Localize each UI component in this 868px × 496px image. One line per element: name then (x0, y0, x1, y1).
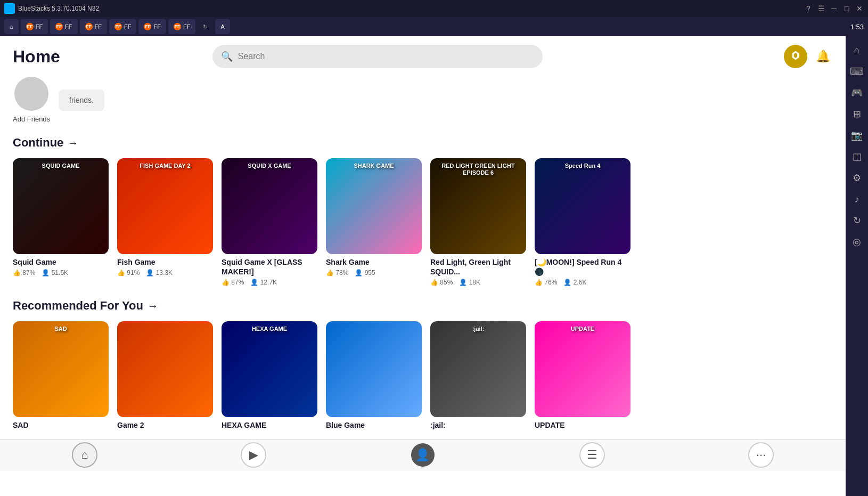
page-title: Home (13, 47, 87, 67)
sidebar-gamepad-icon[interactable]: 🎮 (847, 83, 866, 102)
game-title: Fish Game (117, 257, 213, 267)
game-title: HEXA GAME (222, 420, 317, 430)
home-nav-button[interactable]: ⌂ (72, 442, 97, 468)
sidebar-camera-icon[interactable]: 📷 (847, 126, 866, 145)
robux-button[interactable] (784, 45, 807, 68)
menu-button[interactable]: ☰ (817, 4, 825, 13)
bottom-nav: ⌂ ▶ 👤 ☰ ··· (0, 439, 846, 471)
title-bar-left: BlueStacks 5.3.70.1004 N32 (4, 3, 99, 14)
game-title: [🌙MOON!] Speed Run 4 🌑 (535, 257, 630, 277)
game-card[interactable]: FISH GAME DAY 2 Fish Game 👍 91% 👤 13.3K (117, 158, 213, 286)
content-area: Home 🔍 🔔 (0, 36, 846, 496)
main-wrapper: Home 🔍 🔔 (0, 36, 868, 496)
tab-ff-6[interactable]: FF FF (168, 19, 195, 34)
sidebar-layers-icon[interactable]: ◫ (847, 147, 866, 166)
tab-ff-5[interactable]: FF FF (138, 19, 166, 34)
search-bar[interactable]: 🔍 (212, 45, 543, 68)
user-avatar: 👤 (411, 443, 435, 467)
game-thumb-text: Speed Run 4 (535, 158, 630, 174)
game-thumb-text: SQUID GAME (13, 158, 109, 174)
tab-ff-2[interactable]: FF FF (50, 19, 77, 34)
tab-ff-4[interactable]: FF FF (109, 19, 136, 34)
refresh-button[interactable]: ↻ (198, 19, 213, 34)
friends-text: friends. (69, 96, 94, 104)
game-card[interactable]: Speed Run 4 [🌙MOON!] Speed Run 4 🌑 👍 76%… (535, 158, 630, 286)
game-card[interactable]: :jail: :jail: (430, 321, 526, 430)
player-stat: 👤 955 (355, 269, 375, 277)
help-button[interactable]: ? (804, 4, 813, 13)
sidebar-volume-icon[interactable]: ♪ (847, 190, 866, 209)
game-thumbnail (326, 321, 422, 417)
maximize-button[interactable]: □ (842, 4, 851, 13)
game-card[interactable]: UPDATE UPDATE (535, 321, 630, 430)
player-stat: 👤 13.3K (146, 269, 173, 277)
chat-nav-button[interactable]: ☰ (579, 442, 605, 468)
sidebar-settings-icon[interactable]: ⚙ (847, 168, 866, 188)
recommended-section-title[interactable]: Recommended For You → (0, 295, 846, 317)
game-card[interactable]: SHARK GAME Shark Game 👍 78% 👤 955 (326, 158, 422, 286)
tab-a-label: A (220, 23, 224, 30)
play-nav-button[interactable]: ▶ (241, 442, 266, 468)
game-card[interactable]: SAD SAD (13, 321, 109, 430)
tab-ff-2-icon: FF (55, 23, 63, 30)
minimize-button[interactable]: ─ (830, 4, 838, 13)
game-card[interactable]: RED LIGHT GREEN LIGHT EPISODE 6 Red Ligh… (430, 158, 526, 286)
game-thumbnail: SQUID GAME (13, 158, 109, 254)
game-card[interactable]: SQUID GAME Squid Game 👍 87% 👤 51.5K (13, 158, 109, 286)
game-stats: 👍 85% 👤 18K (430, 279, 526, 286)
tab-ff-1[interactable]: FF FF (21, 19, 48, 34)
player-stat: 👤 18K (459, 279, 480, 286)
sidebar-location-icon[interactable]: ◎ (847, 232, 866, 251)
game-thumb-text: FISH GAME DAY 2 (117, 158, 213, 174)
tab-bar: ⌂ FF FF FF FF FF FF FF FF FF FF FF FF ↻ … (0, 17, 868, 36)
game-card[interactable]: HEXA GAME HEXA GAME (222, 321, 317, 430)
like-stat: 👍 87% (222, 279, 244, 286)
tab-ff-4-label: FF (124, 23, 131, 30)
game-title: UPDATE (535, 420, 630, 430)
tab-ff-3-icon: FF (85, 23, 93, 30)
game-card[interactable]: Blue Game (326, 321, 422, 430)
like-stat: 👍 87% (13, 269, 35, 277)
chat-nav-icon: ☰ (587, 448, 597, 462)
notification-button[interactable]: 🔔 (814, 47, 833, 66)
bell-icon: 🔔 (816, 50, 830, 63)
sidebar-keyboard-icon[interactable]: ⌨ (847, 62, 866, 81)
more-nav-button[interactable]: ··· (748, 442, 774, 468)
game-stats: 👍 87% 👤 51.5K (13, 269, 109, 277)
game-title: Squid Game X [GLASS MAKER!] (222, 257, 317, 277)
game-card[interactable]: SQUID X GAME Squid Game X [GLASS MAKER!]… (222, 158, 317, 286)
home-nav-icon: ⌂ (81, 448, 88, 462)
game-thumb-text: SHARK GAME (326, 158, 422, 174)
tab-ff-6-label: FF (183, 23, 190, 30)
tab-a[interactable]: A (215, 19, 230, 34)
tab-home-icon[interactable]: ⌂ (4, 19, 19, 34)
continue-games-row: SQUID GAME Squid Game 👍 87% 👤 51.5K FISH… (0, 154, 846, 295)
game-thumb-text: SQUID X GAME (222, 158, 317, 174)
game-title: :jail: (430, 420, 526, 430)
game-title: Shark Game (326, 257, 422, 267)
friends-section: Add Friends friends. (0, 77, 846, 132)
avatar-nav-button[interactable]: 👤 (410, 442, 436, 468)
tab-ff-6-icon: FF (174, 23, 181, 30)
sidebar-rotate-icon[interactable]: ↻ (847, 211, 866, 230)
player-stat: 👤 51.5K (42, 269, 68, 277)
continue-arrow: → (68, 137, 78, 149)
tab-ff-3[interactable]: FF FF (80, 19, 107, 34)
sidebar-grid-icon[interactable]: ⊞ (847, 104, 866, 124)
game-thumbnail: SAD (13, 321, 109, 417)
add-friends-label[interactable]: Add Friends (13, 115, 50, 123)
bluestacks-logo (4, 3, 15, 14)
game-title: SAD (13, 420, 109, 430)
game-title: Game 2 (117, 420, 213, 430)
tab-ff-4-icon: FF (114, 23, 122, 30)
sidebar-home-icon[interactable]: ⌂ (847, 40, 866, 60)
game-card[interactable]: Game 2 (117, 321, 213, 430)
close-button[interactable]: ✕ (855, 4, 864, 13)
search-input[interactable] (238, 52, 534, 61)
add-friends-box[interactable]: friends. (59, 90, 104, 111)
tab-ff-1-label: FF (36, 23, 43, 30)
right-sidebar: ⌂ ⌨ 🎮 ⊞ 📷 ◫ ⚙ ♪ ↻ ◎ (846, 36, 868, 496)
continue-section-title[interactable]: Continue → (0, 132, 846, 154)
avatar-placeholder (14, 77, 48, 111)
recommended-games-row: SAD SAD Game 2 HEXA GAME HEXA GAME Blue … (0, 317, 846, 438)
